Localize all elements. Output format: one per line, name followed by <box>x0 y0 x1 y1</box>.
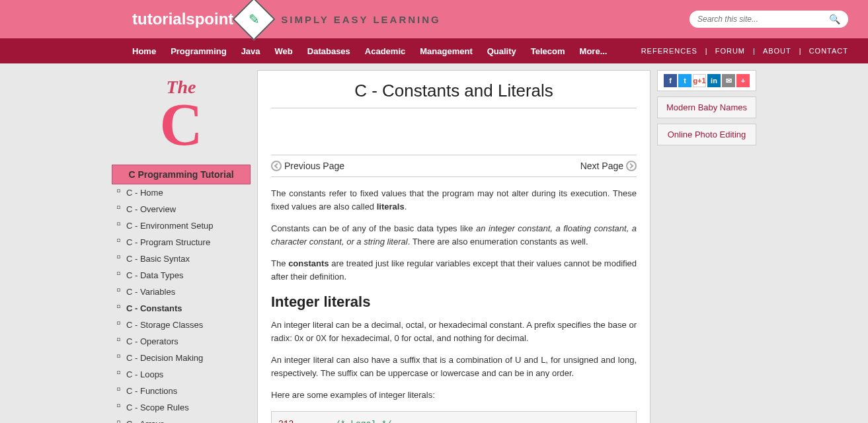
para-6: Here are some examples of integer litera… <box>271 389 637 402</box>
main-content: C - Constants and Literals Previous Page… <box>257 70 651 423</box>
arrow-left-icon <box>271 161 282 171</box>
sidebar-item[interactable]: C - Storage Classes <box>112 317 251 333</box>
page-title: C - Constants and Literals <box>271 81 637 108</box>
sidebar-item[interactable]: C - Decision Making <box>112 350 251 366</box>
prev-label: Previous Page <box>284 161 344 171</box>
twitter-icon[interactable]: t <box>678 74 691 87</box>
sidebar-item[interactable]: C - Operators <box>112 333 251 350</box>
prev-page-link[interactable]: Previous Page <box>271 161 344 171</box>
addthis-icon[interactable]: + <box>736 74 750 87</box>
para-4: An integer literal can be a decimal, oct… <box>271 319 637 344</box>
nav-programming[interactable]: Programming <box>171 46 227 56</box>
site-logo-text: tutorialspoint <box>132 10 233 28</box>
main-nav: HomeProgrammingJavaWebDatabasesAcademicM… <box>0 38 868 63</box>
logo-emblem-icon: ✎ <box>233 0 276 41</box>
nav-web[interactable]: Web <box>275 46 293 56</box>
sidebar-item[interactable]: C - Overview <box>112 201 251 217</box>
logo-area[interactable]: tutorialspoint ✎ Simply Easy Learning <box>132 4 441 34</box>
tutorial-logo: The C <box>112 70 251 165</box>
search-icon[interactable]: 🔍 <box>829 14 840 24</box>
page-nav: Previous Page Next Page <box>271 155 637 177</box>
email-icon[interactable]: ✉ <box>722 74 735 87</box>
arrow-right-icon <box>626 161 637 171</box>
nav-java[interactable]: Java <box>241 46 260 56</box>
search-wrap: 🔍 <box>690 11 848 28</box>
nav-sec-forum[interactable]: FORUM <box>715 47 745 55</box>
ad-link[interactable]: Online Photo Editing <box>657 124 756 145</box>
sidebar-item[interactable]: C - Program Structure <box>112 234 251 250</box>
nav-sec-references[interactable]: REFERENCES <box>641 47 697 55</box>
next-page-link[interactable]: Next Page <box>580 161 637 171</box>
sidebar-item[interactable]: C - Environment Setup <box>112 217 251 234</box>
gplus-icon[interactable]: g+1 <box>693 74 706 87</box>
para-3: The constants are treated just like regu… <box>271 257 637 283</box>
sidebar-item[interactable]: C - Arrays <box>112 416 251 423</box>
nav-management[interactable]: Management <box>420 46 472 56</box>
nav-sec-contact[interactable]: CONTACT <box>809 47 848 55</box>
sidebar-item[interactable]: C - Home <box>112 184 251 201</box>
para-1: The constants refer to fixed values that… <box>271 187 637 213</box>
nav-databases[interactable]: Databases <box>307 46 350 56</box>
tagline: Simply Easy Learning <box>281 14 440 25</box>
sidebar-item[interactable]: C - Functions <box>112 383 251 399</box>
facebook-icon[interactable]: f <box>664 74 677 87</box>
nav-more[interactable]: More... <box>580 46 608 56</box>
sidebar: The C C Programming Tutorial C - HomeC -… <box>112 70 251 423</box>
logo-c: C <box>112 98 251 151</box>
sidebar-item[interactable]: C - Variables <box>112 284 251 300</box>
nav-home[interactable]: Home <box>132 46 156 56</box>
para-2: Constants can be of any of the basic dat… <box>271 222 637 248</box>
header: tutorialspoint ✎ Simply Easy Learning 🔍 <box>0 0 868 38</box>
linkedin-icon[interactable]: in <box>707 74 721 87</box>
nav-telecom[interactable]: Telecom <box>531 46 565 56</box>
section-heading: Integer literals <box>271 293 637 311</box>
sidebar-item[interactable]: C - Constants <box>112 300 251 317</box>
para-5: An integer literal can also have a suffi… <box>271 354 637 379</box>
sidebar-item[interactable]: C - Scope Rules <box>112 399 251 416</box>
container: The C C Programming Tutorial C - HomeC -… <box>112 63 756 423</box>
sidebar-list: C - HomeC - OverviewC - Environment Setu… <box>112 184 251 423</box>
search-box[interactable]: 🔍 <box>690 11 848 28</box>
nav-academic[interactable]: Academic <box>365 46 405 56</box>
sidebar-heading: C Programming Tutorial <box>112 165 251 184</box>
nav-quality[interactable]: Quality <box>487 46 516 56</box>
ad-link[interactable]: Modern Baby Names <box>657 96 756 118</box>
code-block: 212 /* Legal */ 215u /* Legal */ 0xFeeL … <box>271 411 637 424</box>
nav-sec-about[interactable]: ABOUT <box>763 47 791 55</box>
sidebar-item[interactable]: C - Data Types <box>112 267 251 284</box>
right-column: f t g+1 in ✉ + Modern Baby NamesOnline P… <box>657 70 756 423</box>
article-body: The constants refer to fixed values that… <box>271 187 637 423</box>
share-box: f t g+1 in ✉ + <box>657 70 756 91</box>
next-label: Next Page <box>580 161 623 171</box>
title-divider <box>271 108 637 108</box>
sidebar-item[interactable]: C - Basic Syntax <box>112 250 251 267</box>
sidebar-item[interactable]: C - Loops <box>112 366 251 383</box>
search-input[interactable] <box>697 15 829 24</box>
